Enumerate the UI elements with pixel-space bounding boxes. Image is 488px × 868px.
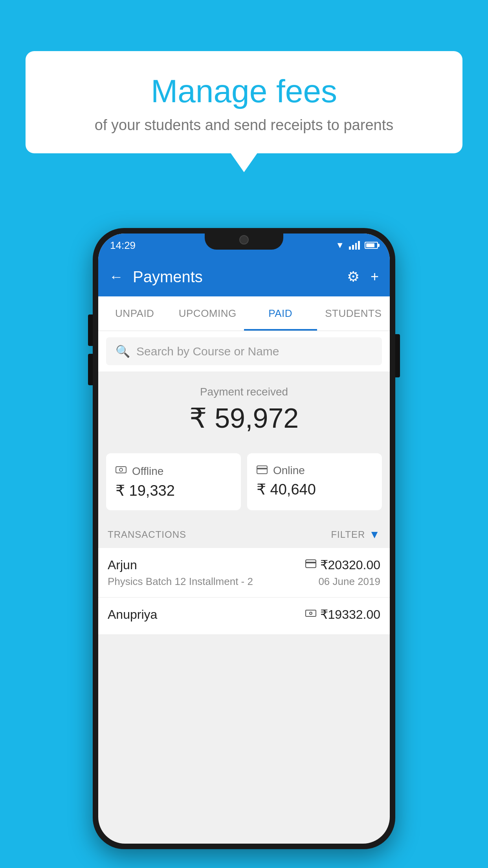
transaction-amount-arjun: ₹20320.00	[320, 557, 380, 572]
transaction-item-anupriya[interactable]: Anupriya ₹19332.00	[98, 598, 390, 635]
phone-frame: 14:29 ▼ ← Payments	[93, 228, 395, 849]
main-content: 🔍 Search by Course or Name Payment recei…	[98, 331, 390, 635]
online-amount: ₹ 40,640	[257, 481, 372, 498]
filter-button[interactable]: FILTER ▼	[331, 528, 380, 541]
status-time: 14:29	[110, 239, 136, 252]
filter-label: FILTER	[331, 529, 365, 540]
tab-upcoming[interactable]: UPCOMING	[171, 296, 244, 331]
transaction-name-arjun: Arjun	[108, 558, 137, 572]
power-button	[395, 334, 400, 377]
svg-rect-3	[257, 468, 267, 469]
phone-notch	[205, 228, 283, 250]
back-button[interactable]: ←	[109, 268, 123, 285]
transaction-name-anupriya: Anupriya	[108, 607, 157, 622]
app-header: ← Payments ⚙ +	[98, 257, 390, 296]
phone-camera	[239, 235, 249, 245]
payment-section: Payment received ₹ 59,972	[98, 371, 390, 445]
offline-icon	[116, 464, 127, 478]
phone-screen: 14:29 ▼ ← Payments	[98, 234, 390, 844]
search-bar[interactable]: 🔍 Search by Course or Name	[106, 337, 382, 365]
transaction-amount-row-anupriya: ₹19332.00	[305, 607, 380, 622]
header-icons: ⚙ +	[347, 268, 379, 285]
battery-icon	[365, 242, 378, 249]
wifi-icon: ▼	[336, 240, 344, 250]
transactions-header: TRANSACTIONS FILTER ▼	[98, 521, 390, 548]
tab-students[interactable]: STUDENTS	[317, 296, 390, 331]
online-label: Online	[273, 464, 305, 477]
svg-rect-0	[116, 467, 126, 473]
online-icon	[257, 464, 268, 477]
search-icon: 🔍	[116, 344, 130, 358]
filter-icon: ▼	[369, 528, 380, 541]
transaction-date-arjun: 06 June 2019	[318, 576, 380, 588]
payment-cards: Offline ₹ 19,332 Online	[98, 445, 390, 521]
speech-bubble-container: Manage fees of your students and send re…	[26, 51, 462, 153]
search-container: 🔍 Search by Course or Name	[98, 331, 390, 371]
volume-button	[88, 314, 93, 346]
signal-icon	[349, 241, 360, 250]
card-payment-icon-arjun	[305, 559, 316, 570]
offline-amount: ₹ 19,332	[116, 482, 231, 499]
svg-rect-6	[306, 610, 316, 616]
online-card-header: Online	[257, 464, 372, 477]
payment-amount: ₹ 59,972	[98, 402, 390, 434]
svg-rect-2	[257, 466, 267, 474]
signal-bar-1	[349, 246, 351, 250]
signal-bar-4	[358, 241, 360, 250]
transaction-item-arjun[interactable]: Arjun ₹20320.00 Physics Batch 12 Install…	[98, 548, 390, 598]
transaction-row1-anupriya: Anupriya ₹19332.00	[108, 607, 380, 622]
online-payment-card: Online ₹ 40,640	[247, 453, 382, 510]
transaction-row1-arjun: Arjun ₹20320.00	[108, 557, 380, 572]
signal-bar-2	[352, 245, 354, 250]
add-icon[interactable]: +	[371, 268, 379, 285]
search-input[interactable]: Search by Course or Name	[136, 345, 279, 358]
tab-paid[interactable]: PAID	[244, 296, 317, 331]
transaction-detail-arjun: Physics Batch 12 Installment - 2	[108, 576, 253, 588]
svg-rect-4	[306, 560, 316, 568]
volume-button-2	[88, 354, 93, 385]
svg-point-7	[310, 612, 312, 614]
offline-label: Offline	[132, 465, 163, 478]
settings-icon[interactable]: ⚙	[347, 268, 360, 285]
transaction-amount-anupriya: ₹19332.00	[320, 607, 380, 622]
svg-rect-5	[306, 562, 316, 563]
transaction-amount-row-arjun: ₹20320.00	[305, 557, 380, 572]
tab-unpaid[interactable]: UNPAID	[98, 296, 171, 331]
status-icons: ▼	[336, 240, 378, 250]
offline-payment-card: Offline ₹ 19,332	[106, 453, 241, 510]
bubble-subtitle: of your students and send receipts to pa…	[41, 117, 447, 134]
offline-card-header: Offline	[116, 464, 231, 478]
transaction-row2-arjun: Physics Batch 12 Installment - 2 06 June…	[108, 576, 380, 588]
speech-bubble: Manage fees of your students and send re…	[26, 51, 462, 153]
svg-point-1	[119, 468, 123, 471]
battery-fill	[366, 243, 374, 247]
header-title: Payments	[133, 268, 338, 286]
cash-payment-icon-anupriya	[305, 609, 316, 620]
transactions-label: TRANSACTIONS	[108, 529, 186, 540]
payment-label: Payment received	[98, 386, 390, 398]
bubble-title: Manage fees	[41, 73, 447, 110]
tabs-bar: UNPAID UPCOMING PAID STUDENTS	[98, 296, 390, 331]
signal-bar-3	[355, 243, 357, 250]
